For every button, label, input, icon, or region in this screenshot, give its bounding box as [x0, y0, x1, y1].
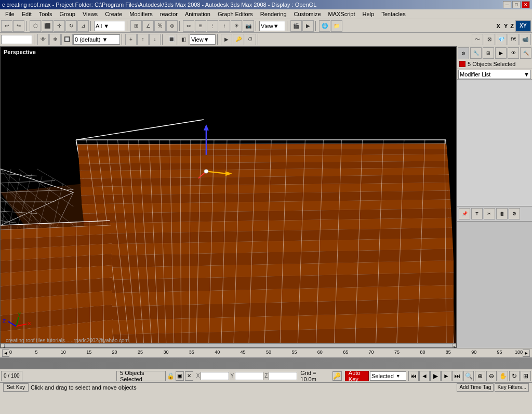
menu-reactor[interactable]: reactor: [157, 10, 181, 18]
scroll-left-btn[interactable]: ◄: [1, 344, 5, 348]
menu-tentacles[interactable]: Tentacles: [378, 10, 408, 18]
z-coord-input[interactable]: [269, 372, 297, 380]
view-dropdown[interactable]: View▼: [259, 21, 285, 31]
timeline-left-btn[interactable]: ◄: [2, 350, 9, 357]
schematic-btn[interactable]: ⊠: [484, 34, 495, 45]
viewport-btn[interactable]: ◧: [178, 34, 189, 45]
menu-tools[interactable]: Tools: [36, 10, 56, 18]
normal-align-btn[interactable]: ↑: [219, 20, 230, 32]
xy-plane-btn[interactable]: XY: [515, 20, 531, 32]
layer-btn3[interactable]: ↓: [149, 34, 161, 45]
rpanel-tab-modify[interactable]: 🔧: [470, 47, 482, 59]
select-region-button[interactable]: ⬛: [42, 20, 53, 32]
mirror-btn[interactable]: ⇔: [183, 20, 194, 32]
menu-create[interactable]: Create: [102, 10, 125, 18]
configure-btn[interactable]: ⚙: [509, 208, 520, 219]
next-frame-btn[interactable]: ►: [441, 371, 451, 381]
video-post-btn[interactable]: 📹: [520, 34, 531, 45]
minimize-button[interactable]: ─: [503, 1, 511, 8]
move-button[interactable]: ✛: [54, 20, 65, 32]
zoom-out-btn[interactable]: ⊖: [486, 371, 497, 381]
pan-btn[interactable]: ✋: [498, 371, 508, 381]
modifier-list-dropdown[interactable]: Modifier List ▼: [458, 70, 531, 79]
scroll-right-btn[interactable]: ►: [452, 344, 456, 348]
menu-maxscript[interactable]: MAXScript: [325, 10, 358, 18]
scale-button[interactable]: ⊿: [77, 20, 89, 32]
close-button[interactable]: ✕: [522, 1, 530, 8]
maximize-button[interactable]: □: [512, 1, 521, 8]
x-coord-input[interactable]: [201, 372, 229, 380]
key-filters-btn[interactable]: Key Filters...: [495, 383, 529, 392]
prev-frame-btn[interactable]: ◄: [419, 371, 430, 381]
maximize-viewport-btn[interactable]: ⊞: [521, 371, 531, 381]
go-end-btn[interactable]: ⏭: [452, 371, 462, 381]
select-set-btn[interactable]: ▣: [176, 371, 184, 381]
menu-group[interactable]: Group: [56, 10, 78, 18]
y-coord-input[interactable]: [235, 372, 263, 380]
quick-align-btn[interactable]: ⋮: [207, 20, 218, 32]
select-button[interactable]: ⬡: [30, 20, 41, 32]
go-start-btn[interactable]: ⏮: [408, 371, 419, 381]
anim-mode-btn[interactable]: ▶: [221, 34, 232, 45]
auto-key-btn[interactable]: Auto Key: [345, 371, 369, 381]
snap-btn[interactable]: ⊞: [130, 20, 142, 32]
menu-customize[interactable]: Customize: [291, 10, 324, 18]
zoom-in-btn[interactable]: ⊕: [475, 371, 485, 381]
display-btn[interactable]: 🔳: [166, 34, 177, 45]
hide-btn[interactable]: 🔲: [61, 34, 73, 45]
quick-render-btn[interactable]: ▶: [302, 20, 314, 32]
rpanel-tab-create[interactable]: ⚙: [458, 47, 469, 59]
curve-editor-btn[interactable]: 〜: [472, 34, 483, 45]
asset-btn[interactable]: 📁: [331, 20, 342, 32]
scroll-track[interactable]: [5, 344, 452, 348]
angle-snap-btn[interactable]: ∠: [142, 20, 154, 32]
spinner-snap-btn[interactable]: ⊛: [166, 20, 178, 32]
lock-icon[interactable]: 🔒: [167, 372, 175, 380]
layer-dropdown[interactable]: 0 (default) ▼: [73, 34, 120, 45]
menu-modifiers[interactable]: Modifiers: [126, 10, 156, 18]
pin-stack-btn[interactable]: 📌: [459, 208, 470, 219]
render-scene-btn[interactable]: 🎬: [290, 20, 302, 32]
rpanel-tab-display[interactable]: 👁: [508, 47, 519, 59]
viewport-area[interactable]: Perspective: [0, 46, 457, 348]
menu-help[interactable]: Help: [360, 10, 378, 18]
menu-views[interactable]: Views: [79, 10, 101, 18]
place-highlight-btn[interactable]: ☀: [231, 20, 242, 32]
freeze-btn[interactable]: ❄: [49, 34, 61, 45]
rotate-button[interactable]: ↻: [65, 20, 77, 32]
menu-animation[interactable]: Animation: [182, 10, 214, 18]
named-sets-btn[interactable]: ✕: [185, 371, 193, 381]
play-btn[interactable]: ▶: [430, 371, 441, 381]
remove-modifier-btn[interactable]: 🗑: [496, 208, 508, 219]
align-camera-btn[interactable]: 📷: [243, 20, 254, 32]
layer-btn2[interactable]: ↑: [137, 34, 149, 45]
show-result-btn[interactable]: T: [471, 208, 483, 219]
eye-btn[interactable]: 👁: [37, 34, 49, 45]
add-time-tag-btn[interactable]: Add Time Tag: [457, 383, 494, 392]
material-btn[interactable]: 💎: [496, 34, 507, 45]
media-btn[interactable]: 🌐: [319, 20, 330, 32]
scene-name-input[interactable]: [1, 35, 32, 44]
menu-file[interactable]: File: [2, 10, 18, 18]
set-key-btn[interactable]: Set Key: [3, 383, 29, 392]
timeline-right-btn[interactable]: ►: [523, 350, 530, 357]
zoom-extent-btn[interactable]: 🔍: [463, 371, 474, 381]
menu-graph-editors[interactable]: Graph Editors: [215, 10, 256, 18]
selected-dropdown[interactable]: Selected ▼: [370, 371, 406, 381]
arc-rotate-btn[interactable]: ↻: [509, 371, 520, 381]
key-mode-btn[interactable]: 🔑: [233, 34, 244, 45]
make-unique-btn[interactable]: ✂: [484, 208, 495, 219]
menu-rendering[interactable]: Rendering: [257, 10, 290, 18]
undo-button[interactable]: ↩: [1, 20, 12, 32]
viewport-type-dropdown[interactable]: View▼: [190, 34, 216, 45]
map-btn[interactable]: 🗺: [508, 34, 519, 45]
selection-filter-dropdown[interactable]: All ▼: [94, 21, 125, 31]
percent-snap-btn[interactable]: %: [154, 20, 166, 32]
rpanel-tab-motion[interactable]: ▶: [495, 47, 507, 59]
redo-button[interactable]: ↪: [13, 20, 24, 32]
align-btn[interactable]: ≡: [195, 20, 206, 32]
viewport-hscroll[interactable]: ◄ ►: [1, 343, 456, 347]
timeline-ruler[interactable]: ◄ 0 5 10 15 20 25 30 35 40 45 50 55 60 6…: [0, 348, 532, 358]
layer-btn1[interactable]: +: [125, 34, 137, 45]
rpanel-tab-utilities[interactable]: 🔨: [520, 47, 531, 59]
